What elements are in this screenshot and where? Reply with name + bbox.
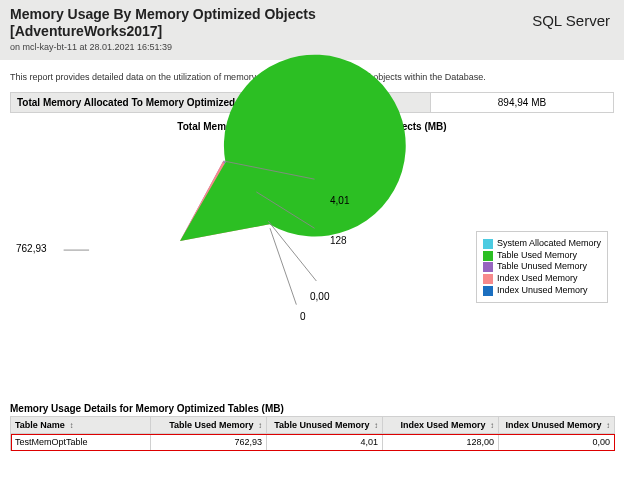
cell-table-unused: 4,01 <box>267 434 383 451</box>
legend-item: Table Unused Memory <box>483 261 601 273</box>
report-subtitle: on mcl-kay-bt-11 at 28.01.2021 16:51:39 <box>10 42 614 52</box>
col-label: Index Used Memory <box>400 420 485 430</box>
pie-label-index-unused: 0 <box>300 311 306 322</box>
details-table: Table Name ↕ Table Used Memory ↕ Table U… <box>10 416 615 451</box>
pie-label-index-used: 128 <box>330 235 347 246</box>
chart-legend: System Allocated Memory Table Used Memor… <box>476 231 608 303</box>
sort-icon[interactable]: ↕ <box>606 421 610 430</box>
legend-label: Table Unused Memory <box>497 261 587 273</box>
report-title: Memory Usage By Memory Optimized Objects… <box>10 6 614 40</box>
pie-chart-area: Total Memory Usage By Memory Optimized O… <box>10 121 614 381</box>
total-memory-value: 894,94 MB <box>431 92 614 113</box>
col-label: Index Unused Memory <box>505 420 601 430</box>
legend-label: Index Used Memory <box>497 273 578 285</box>
table-header-row: Table Name ↕ Table Used Memory ↕ Table U… <box>11 417 615 434</box>
legend-swatch <box>483 251 493 261</box>
legend-swatch <box>483 286 493 296</box>
col-table-name[interactable]: Table Name ↕ <box>11 417 151 434</box>
sort-icon[interactable]: ↕ <box>69 421 73 430</box>
cell-table-name: TestMemOptTable <box>11 434 151 451</box>
cell-table-used: 762,93 <box>151 434 267 451</box>
pie-chart <box>80 141 280 341</box>
col-label: Table Unused Memory <box>274 420 369 430</box>
pie-svg <box>80 141 280 341</box>
legend-item: Index Used Memory <box>483 273 601 285</box>
sort-icon[interactable]: ↕ <box>374 421 378 430</box>
report-title-line1: Memory Usage By Memory Optimized Objects <box>10 6 316 22</box>
legend-item: Table Used Memory <box>483 250 601 262</box>
sort-icon[interactable]: ↕ <box>258 421 262 430</box>
col-index-unused[interactable]: Index Unused Memory ↕ <box>499 417 615 434</box>
legend-item: System Allocated Memory <box>483 238 601 250</box>
report-header-bar: Memory Usage By Memory Optimized Objects… <box>0 0 624 60</box>
legend-swatch <box>483 262 493 272</box>
pie-label-table-used: 762,93 <box>16 243 47 254</box>
legend-label: Table Used Memory <box>497 250 577 262</box>
legend-swatch <box>483 239 493 249</box>
pie-label-system-allocated: 0,00 <box>310 291 329 302</box>
legend-label: System Allocated Memory <box>497 238 601 250</box>
details-section-title: Memory Usage Details for Memory Optimize… <box>10 403 614 414</box>
cell-index-used: 128,00 <box>383 434 499 451</box>
legend-label: Index Unused Memory <box>497 285 588 297</box>
col-table-unused[interactable]: Table Unused Memory ↕ <box>267 417 383 434</box>
table-row[interactable]: TestMemOptTable 762,93 4,01 128,00 0,00 <box>11 434 615 451</box>
product-label: SQL Server <box>532 12 610 29</box>
col-label: Table Used Memory <box>169 420 253 430</box>
pie-label-table-unused: 4,01 <box>330 195 349 206</box>
sort-icon[interactable]: ↕ <box>490 421 494 430</box>
report-title-line2: [AdventureWorks2017] <box>10 23 162 39</box>
legend-item: Index Unused Memory <box>483 285 601 297</box>
cell-index-unused: 0,00 <box>499 434 615 451</box>
legend-swatch <box>483 274 493 284</box>
col-index-used[interactable]: Index Used Memory ↕ <box>383 417 499 434</box>
col-label: Table Name <box>15 420 65 430</box>
col-table-used[interactable]: Table Used Memory ↕ <box>151 417 267 434</box>
